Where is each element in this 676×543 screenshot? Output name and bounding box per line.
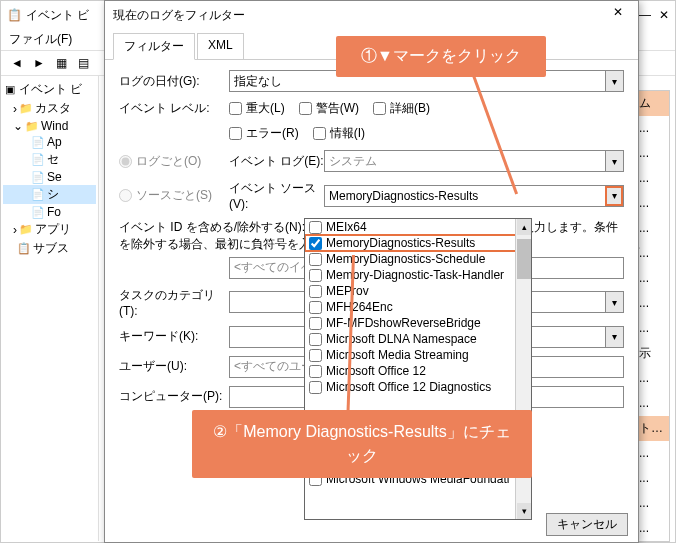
- option-checkbox[interactable]: [309, 269, 322, 282]
- option-checkbox[interactable]: [309, 381, 322, 394]
- tree-panel: ▣イベント ビ ›📁カスタ ⌄📁Wind 📄Ap 📄セ 📄Se 📄シ 📄Fo ›…: [1, 76, 99, 541]
- option-checkbox[interactable]: [309, 301, 322, 314]
- option-checkbox[interactable]: [309, 285, 322, 298]
- event-source-dropdown-button[interactable]: ▾: [605, 186, 623, 206]
- event-level-label: イベント レベル:: [119, 100, 229, 117]
- scroll-up-icon[interactable]: ▴: [517, 219, 531, 235]
- tree-item-system[interactable]: 📄シ: [3, 185, 96, 204]
- option-label: Microsoft Office 12: [326, 364, 426, 378]
- dropdown-option[interactable]: MemoryDiagnostics-Schedule: [305, 251, 531, 267]
- log-icon: 📄: [31, 205, 45, 219]
- tree-item[interactable]: 📄Fo: [3, 204, 96, 220]
- dropdown-option[interactable]: Microsoft Office 12: [305, 363, 531, 379]
- option-label: MEIx64: [326, 220, 367, 234]
- bg-title-text: イベント ビ: [26, 7, 89, 24]
- tb-icon[interactable]: ▦: [51, 53, 71, 73]
- log-icon: 📄: [31, 135, 45, 149]
- tree-sub[interactable]: 📋サブス: [3, 239, 96, 258]
- option-label: Microsoft Office 12 Diagnostics: [326, 380, 491, 394]
- option-label: MEProv: [326, 284, 369, 298]
- option-checkbox[interactable]: [309, 333, 322, 346]
- keyword-label: キーワード(K):: [119, 328, 229, 345]
- event-source-label: イベント ソース(V):: [229, 180, 324, 211]
- log-icon: 📄: [31, 170, 45, 184]
- tree-custom[interactable]: ›📁カスタ: [3, 99, 96, 118]
- tree-app[interactable]: ›📁アプリ: [3, 220, 96, 239]
- option-checkbox[interactable]: [309, 349, 322, 362]
- option-label: MFH264Enc: [326, 300, 393, 314]
- folder-icon: 📁: [25, 119, 39, 133]
- log-date-label: ログの日付(G):: [119, 73, 229, 90]
- computer-label: コンピューター(P):: [119, 388, 229, 405]
- dropdown-option[interactable]: Microsoft Media Streaming: [305, 347, 531, 363]
- option-checkbox[interactable]: [309, 237, 322, 250]
- chk-info[interactable]: 情報(I): [313, 125, 365, 142]
- scroll-thumb[interactable]: [517, 239, 531, 279]
- minimize-icon[interactable]: —: [639, 8, 651, 22]
- dropdown-option[interactable]: MF-MFDshowReverseBridge: [305, 315, 531, 331]
- dropdown-option[interactable]: MEProv: [305, 283, 531, 299]
- option-label: MemoryDiagnostics-Schedule: [326, 252, 485, 266]
- user-label: ユーザー(U):: [119, 358, 229, 375]
- chevron-down-icon[interactable]: ▾: [605, 71, 623, 91]
- tree-item[interactable]: 📄セ: [3, 150, 96, 169]
- dialog-titlebar: 現在のログをフィルター ✕: [105, 1, 638, 29]
- event-log-combo[interactable]: [324, 150, 624, 172]
- tab-xml[interactable]: XML: [197, 33, 244, 59]
- event-source-combo[interactable]: [324, 185, 624, 207]
- chk-verbose[interactable]: 詳細(B): [373, 100, 430, 117]
- back-icon[interactable]: ◄: [7, 53, 27, 73]
- callout-2: ②「Memory Diagnostics-Results」にチェック: [192, 410, 532, 478]
- option-checkbox[interactable]: [309, 221, 322, 234]
- cancel-button[interactable]: キャンセル: [546, 513, 628, 536]
- option-checkbox[interactable]: [309, 317, 322, 330]
- scroll-down-icon[interactable]: ▾: [517, 503, 531, 519]
- folder-icon: 📁: [19, 102, 33, 116]
- callout-1: ①▼マークをクリック: [336, 36, 546, 77]
- tree-root[interactable]: ▣イベント ビ: [3, 80, 96, 99]
- menu-file[interactable]: ファイル(F): [9, 32, 72, 46]
- tab-filter[interactable]: フィルター: [113, 33, 195, 60]
- radio-by-log: ログごと(O): [119, 153, 229, 170]
- chevron-down-icon[interactable]: ▾: [605, 292, 623, 312]
- dropdown-option[interactable]: MFH264Enc: [305, 299, 531, 315]
- event-log-label: イベント ログ(E):: [229, 153, 324, 170]
- dropdown-option[interactable]: MEIx64: [305, 219, 531, 235]
- app-icon: 📋: [7, 8, 22, 22]
- log-icon: 📄: [31, 188, 45, 202]
- folder-icon: 📁: [19, 223, 33, 237]
- dropdown-option[interactable]: Microsoft Office 12 Diagnostics: [305, 379, 531, 395]
- option-checkbox[interactable]: [309, 365, 322, 378]
- dropdown-option[interactable]: MemoryDiagnostics-Results: [305, 235, 531, 251]
- chevron-down-icon[interactable]: ▾: [605, 327, 623, 347]
- dropdown-option[interactable]: Microsoft DLNA Namespace: [305, 331, 531, 347]
- chk-error[interactable]: エラー(R): [229, 125, 299, 142]
- chevron-down-icon[interactable]: ▾: [605, 151, 623, 171]
- sub-icon: 📋: [17, 242, 31, 256]
- option-label: MemoryDiagnostics-Results: [326, 236, 475, 250]
- tree-item[interactable]: 📄Se: [3, 169, 96, 185]
- chk-warning[interactable]: 警告(W): [299, 100, 359, 117]
- tree-item[interactable]: 📄Ap: [3, 134, 96, 150]
- tree-windows[interactable]: ⌄📁Wind: [3, 118, 96, 134]
- fwd-icon[interactable]: ►: [29, 53, 49, 73]
- option-checkbox[interactable]: [309, 253, 322, 266]
- log-icon: 📄: [31, 153, 45, 167]
- dialog-title: 現在のログをフィルター: [113, 7, 245, 24]
- chk-critical[interactable]: 重大(L): [229, 100, 285, 117]
- close-icon[interactable]: ✕: [659, 8, 669, 22]
- close-icon[interactable]: ✕: [606, 5, 630, 25]
- dropdown-option[interactable]: Memory-Diagnostic-Task-Handler: [305, 267, 531, 283]
- task-label: タスクのカテゴリ(T):: [119, 287, 229, 318]
- tb-icon2[interactable]: ▤: [73, 53, 93, 73]
- radio-by-source: ソースごと(S): [119, 187, 229, 204]
- tree-icon: ▣: [3, 83, 17, 97]
